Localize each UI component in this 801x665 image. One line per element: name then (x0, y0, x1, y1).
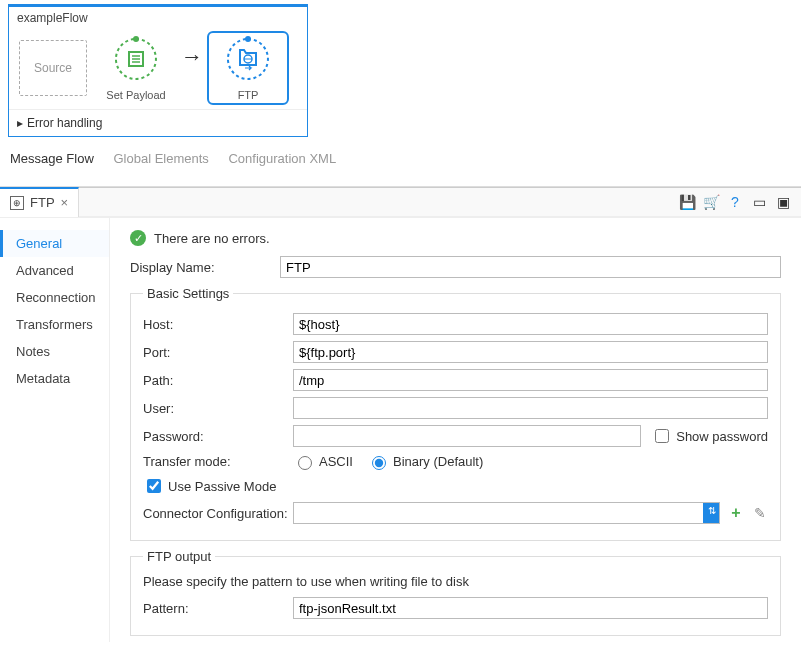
save-icon[interactable]: 💾 (679, 194, 695, 210)
arrow-icon: → (181, 44, 203, 70)
connector-config-select[interactable] (293, 502, 720, 524)
display-name-input[interactable] (280, 256, 781, 278)
canvas-subtabs: Message Flow Global Elements Configurati… (0, 141, 801, 174)
ftp-output-group: FTP output Please specify the pattern to… (130, 549, 781, 636)
node-set-payload[interactable]: Set Payload (97, 35, 175, 101)
set-payload-icon (112, 35, 160, 83)
error-handling-label: Error handling (27, 116, 102, 130)
show-password-label: Show password (676, 429, 768, 444)
port-input[interactable] (293, 341, 768, 363)
flow-canvas: exampleFlow Source Set Payload → (0, 4, 801, 187)
basic-settings-legend: Basic Settings (143, 286, 233, 301)
node-ftp[interactable]: FTP (209, 33, 287, 103)
source-placeholder[interactable]: Source (19, 40, 87, 96)
path-label: Path: (143, 373, 293, 388)
status-text: There are no errors. (154, 231, 270, 246)
basic-settings-group: Basic Settings Host: Port: Path: User: P… (130, 286, 781, 541)
restore-icon[interactable]: ▣ (775, 194, 791, 210)
tab-global-elements[interactable]: Global Elements (113, 151, 208, 166)
sidenav-advanced[interactable]: Advanced (0, 257, 109, 284)
error-handling-section[interactable]: ▸ Error handling (9, 109, 307, 136)
ftp-node-icon (224, 35, 272, 83)
properties-view-header: ⊕ FTP × 💾 🛒 ? ▭ ▣ (0, 187, 801, 217)
password-label: Password: (143, 429, 293, 444)
sidenav-general[interactable]: General (0, 230, 109, 257)
port-label: Port: (143, 345, 293, 360)
passive-mode-checkbox[interactable] (147, 479, 161, 493)
node-ftp-label: FTP (238, 89, 259, 101)
flow-container[interactable]: exampleFlow Source Set Payload → (8, 4, 308, 137)
connector-config-label: Connector Configuration: (143, 506, 293, 521)
transfer-ascii-label: ASCII (319, 454, 353, 469)
sidenav-transformers[interactable]: Transformers (0, 311, 109, 338)
ftp-output-hint: Please specify the pattern to use when w… (143, 570, 768, 591)
password-input[interactable] (293, 425, 641, 447)
ftp-output-legend: FTP output (143, 549, 215, 564)
transfer-binary-radio[interactable] (372, 456, 386, 470)
transfer-ascii-radio[interactable] (298, 456, 312, 470)
properties-tab-label: FTP (30, 195, 55, 210)
svg-point-0 (133, 36, 139, 42)
display-name-label: Display Name: (130, 260, 280, 275)
sidenav-reconnection[interactable]: Reconnection (0, 284, 109, 311)
passive-mode-label: Use Passive Mode (168, 479, 276, 494)
pattern-label: Pattern: (143, 601, 293, 616)
properties-tab-ftp[interactable]: ⊕ FTP × (0, 187, 79, 217)
properties-content: ✓ There are no errors. Display Name: Bas… (110, 218, 801, 642)
user-label: User: (143, 401, 293, 416)
path-input[interactable] (293, 369, 768, 391)
help-icon[interactable]: ? (727, 194, 743, 210)
properties-side-nav: General Advanced Reconnection Transforme… (0, 218, 110, 642)
show-password-checkbox[interactable] (655, 429, 669, 443)
close-icon[interactable]: × (61, 195, 69, 210)
tab-message-flow[interactable]: Message Flow (10, 151, 94, 166)
user-input[interactable] (293, 397, 768, 419)
node-set-payload-label: Set Payload (106, 89, 165, 101)
host-input[interactable] (293, 313, 768, 335)
minimize-icon[interactable]: ▭ (751, 194, 767, 210)
sidenav-notes[interactable]: Notes (0, 338, 109, 365)
pattern-input[interactable] (293, 597, 768, 619)
flow-title: exampleFlow (9, 7, 307, 29)
edit-connector-button[interactable]: ✎ (752, 505, 768, 521)
host-label: Host: (143, 317, 293, 332)
cart-icon[interactable]: 🛒 (703, 194, 719, 210)
transfer-mode-label: Transfer mode: (143, 454, 293, 469)
svg-point-5 (245, 36, 251, 42)
sidenav-metadata[interactable]: Metadata (0, 365, 109, 392)
chevron-right-icon: ▸ (17, 116, 23, 130)
transfer-binary-label: Binary (Default) (393, 454, 483, 469)
add-connector-button[interactable]: + (728, 505, 744, 521)
check-icon: ✓ (130, 230, 146, 246)
globe-icon: ⊕ (10, 196, 24, 210)
tab-configuration-xml[interactable]: Configuration XML (228, 151, 336, 166)
